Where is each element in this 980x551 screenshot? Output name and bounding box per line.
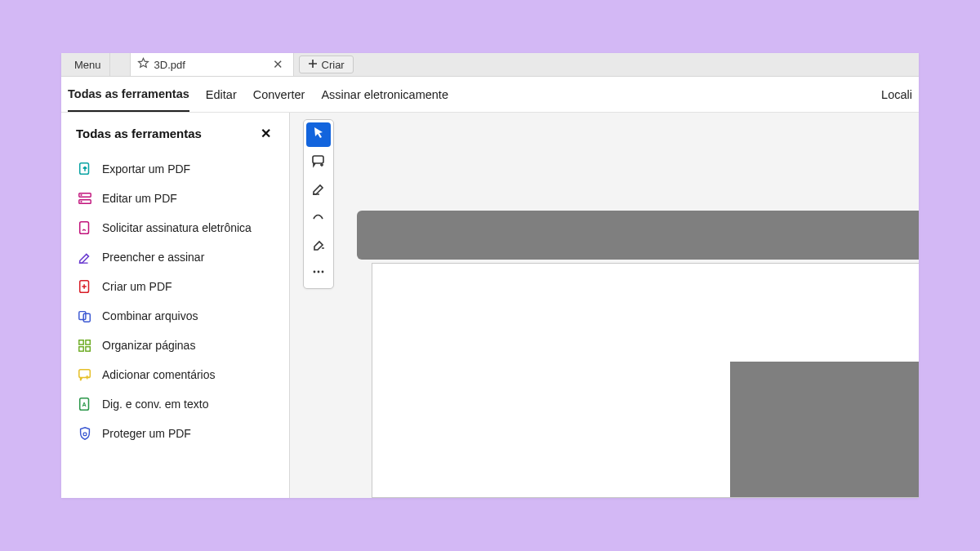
combine-icon xyxy=(78,309,92,323)
home-button[interactable] xyxy=(110,53,131,76)
svg-rect-4 xyxy=(81,201,82,202)
draw-tool-button[interactable] xyxy=(306,206,331,230)
more-tools-button[interactable] xyxy=(306,261,331,286)
tools-sidebar: Todas as ferramentas ✕ Exportar um PDF E… xyxy=(61,113,290,498)
tool-organize-pages[interactable]: Organizar páginas xyxy=(66,331,284,360)
svg-point-19 xyxy=(318,271,320,273)
page-thumbnail-strip xyxy=(357,211,919,260)
tool-combine-files[interactable]: Combinar arquivos xyxy=(66,301,284,331)
svg-rect-10 xyxy=(86,340,90,344)
tool-label: Solicitar assinatura eletrônica xyxy=(102,221,252,234)
create-pdf-icon xyxy=(78,279,92,294)
svg-rect-0 xyxy=(80,163,89,175)
app-window: Menu 3D.pdf ✕ Criar Todas as ferramentas xyxy=(61,53,919,498)
ocr-icon: A xyxy=(78,397,92,411)
select-tool-button[interactable] xyxy=(306,122,331,147)
tool-label: Proteger um PDF xyxy=(102,427,191,440)
tool-label: Combinar arquivos xyxy=(102,309,198,322)
document-canvas[interactable] xyxy=(290,113,919,498)
sidebar-header: Todas as ferramentas ✕ xyxy=(61,124,289,151)
svg-rect-9 xyxy=(79,340,83,344)
sidebar-close-button[interactable]: ✕ xyxy=(257,124,274,143)
menu-edit[interactable]: Editar xyxy=(206,78,237,111)
sidebar-title: Todas as ferramentas xyxy=(76,127,202,140)
svg-text:A: A xyxy=(82,401,86,408)
tool-label: Exportar um PDF xyxy=(102,162,190,176)
app-body: Todas as ferramentas ✕ Exportar um PDF E… xyxy=(61,113,919,498)
svg-point-20 xyxy=(322,271,324,273)
freeform-icon xyxy=(311,209,326,227)
tool-label: Criar um PDF xyxy=(102,280,172,293)
svg-rect-17 xyxy=(313,156,323,163)
menu-convert[interactable]: Converter xyxy=(253,78,305,111)
highlighter-icon xyxy=(311,181,326,199)
page-stack xyxy=(357,211,919,498)
signature-icon xyxy=(78,220,92,235)
menu-find[interactable]: Locali xyxy=(881,78,912,111)
main-menubar: Todas as ferramentas Editar Converter As… xyxy=(61,77,919,113)
svg-rect-8 xyxy=(83,313,90,322)
tool-export-pdf[interactable]: Exportar um PDF xyxy=(66,154,284,184)
titlebar: Menu 3D.pdf ✕ Criar xyxy=(61,53,919,77)
vertical-toolbar xyxy=(303,119,334,289)
tool-protect-pdf[interactable]: Proteger um PDF xyxy=(66,419,284,448)
svg-rect-5 xyxy=(80,222,89,233)
hamburger-menu-button[interactable]: Menu xyxy=(61,53,110,76)
tool-label: Organizar páginas xyxy=(102,339,195,352)
tool-label: Preencher e assinar xyxy=(102,251,204,264)
tool-create-pdf[interactable]: Criar um PDF xyxy=(66,272,284,301)
shield-icon xyxy=(78,426,92,441)
ellipsis-icon xyxy=(311,264,326,282)
tool-fill-sign[interactable]: Preencher e assinar xyxy=(66,242,284,272)
tool-label: Dig. e conv. em texto xyxy=(102,398,208,411)
erase-tool-button[interactable] xyxy=(306,233,331,258)
export-pdf-icon xyxy=(78,162,92,176)
document-tab[interactable]: 3D.pdf ✕ xyxy=(131,53,294,76)
tab-title: 3D.pdf xyxy=(154,59,185,71)
menu-all-tools[interactable]: Todas as ferramentas xyxy=(68,78,189,112)
svg-rect-12 xyxy=(86,347,90,351)
eraser-icon xyxy=(311,237,326,255)
svg-rect-3 xyxy=(81,194,82,196)
menu-sign[interactable]: Assinar eletronicamente xyxy=(321,78,448,111)
tab-close-button[interactable]: ✕ xyxy=(271,57,285,72)
tool-add-comments[interactable]: Adicionar comentários xyxy=(66,360,284,389)
svg-rect-16 xyxy=(83,433,87,436)
speech-bubble-icon xyxy=(311,153,326,171)
document-page[interactable] xyxy=(372,263,919,498)
new-tab-label: Criar xyxy=(322,59,345,71)
cursor-icon xyxy=(311,126,326,144)
content-placeholder xyxy=(730,362,919,497)
comment-icon xyxy=(78,367,92,382)
tool-ocr-text[interactable]: A Dig. e conv. em texto xyxy=(66,389,284,419)
svg-rect-7 xyxy=(79,312,86,320)
new-tab-button[interactable]: Criar xyxy=(299,56,354,73)
organize-icon xyxy=(78,338,92,353)
highlight-tool-button[interactable] xyxy=(306,178,331,202)
tool-label: Editar um PDF xyxy=(102,192,177,205)
star-icon[interactable] xyxy=(137,57,149,72)
comment-tool-button[interactable] xyxy=(306,150,331,175)
tool-list: Exportar um PDF Editar um PDF Solicitar … xyxy=(61,151,289,451)
tool-request-signature[interactable]: Solicitar assinatura eletrônica xyxy=(66,213,284,242)
svg-point-18 xyxy=(314,271,316,273)
svg-rect-13 xyxy=(79,370,91,378)
edit-pdf-icon xyxy=(78,191,92,206)
tool-label: Adicionar comentários xyxy=(102,368,216,381)
plus-icon xyxy=(308,59,318,71)
pen-icon xyxy=(78,250,92,264)
svg-rect-11 xyxy=(79,347,83,351)
tool-edit-pdf[interactable]: Editar um PDF xyxy=(66,184,284,213)
menu-label: Menu xyxy=(74,59,101,71)
